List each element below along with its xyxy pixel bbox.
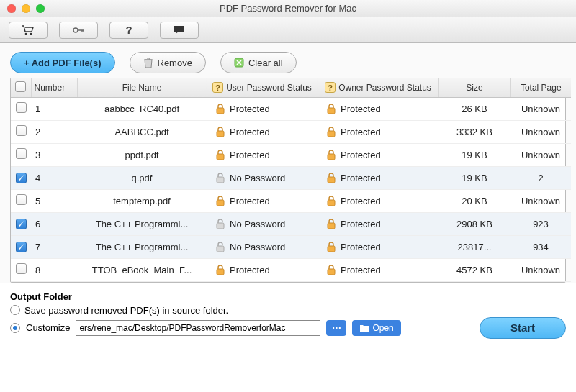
header-size[interactable]: Size [438, 78, 510, 97]
action-row: + Add PDF File(s) Remove Clear all [10, 52, 566, 73]
row-owner-status: Protected [318, 97, 438, 120]
row-number: 3 [31, 143, 77, 166]
add-pdf-button[interactable]: + Add PDF File(s) [10, 52, 115, 73]
svg-rect-7 [328, 131, 335, 137]
table-row[interactable]: 8TTOB_eBook_Main_F...ProtectedProtected4… [11, 258, 571, 281]
row-pages: Unknown [510, 120, 571, 143]
header-filename[interactable]: File Name [77, 78, 207, 97]
remove-button[interactable]: Remove [130, 52, 206, 73]
svg-rect-6 [217, 131, 224, 137]
row-size: 19 KB [438, 166, 510, 189]
header-checkbox[interactable] [11, 78, 31, 97]
table-row[interactable]: 5temptemp.pdfProtectedProtected20 KBUnkn… [11, 189, 571, 212]
svg-rect-15 [328, 223, 335, 229]
header-owner-status[interactable]: ?Owner Password Status [318, 78, 438, 97]
row-checkbox[interactable] [16, 263, 27, 274]
remove-label: Remove [158, 58, 192, 68]
unlock-icon [215, 172, 225, 183]
customize-row: Customize ⋯ Open Start [10, 317, 566, 339]
lock-icon [326, 264, 336, 275]
svg-rect-8 [217, 154, 224, 160]
table-row[interactable]: ✓7The C++ Programmi...No PasswordProtect… [11, 235, 571, 258]
row-checkbox[interactable]: ✓ [16, 242, 27, 252]
svg-rect-16 [217, 246, 224, 252]
radio-save-in-source[interactable] [10, 305, 20, 315]
output-path-input[interactable] [76, 320, 320, 336]
radio-customize[interactable] [10, 323, 20, 333]
row-user-status: Protected [207, 143, 318, 166]
row-checkbox[interactable] [16, 125, 27, 136]
lock-icon [326, 103, 336, 114]
row-pages: Unknown [510, 258, 571, 281]
table-row[interactable]: ✓6The C++ Programmi...No PasswordProtect… [11, 212, 571, 235]
help-badge-icon: ? [325, 82, 336, 93]
svg-rect-14 [217, 223, 224, 229]
svg-rect-11 [328, 177, 335, 183]
output-section: Output Folder Save password removed PDF(… [0, 283, 576, 347]
svg-rect-4 [217, 108, 224, 114]
lock-icon [215, 149, 225, 160]
row-filename: aabbcc_RC40.pdf [77, 97, 207, 120]
row-user-status: Protected [207, 189, 318, 212]
row-checkbox[interactable] [16, 194, 27, 205]
open-folder-button[interactable]: Open [352, 320, 400, 336]
svg-rect-9 [328, 154, 335, 160]
row-size: 4572 KB [438, 258, 510, 281]
row-pages: Unknown [510, 189, 571, 212]
table-header-row: Number File Name ?User Password Status ?… [11, 78, 571, 97]
cart-button[interactable] [9, 22, 48, 39]
file-table: Number File Name ?User Password Status ?… [10, 78, 566, 283]
row-owner-status: Protected [318, 258, 438, 281]
row-checkbox[interactable]: ✓ [16, 173, 27, 183]
header-total-page[interactable]: Total Page [510, 78, 571, 97]
row-size: 19 KB [438, 143, 510, 166]
lock-icon [326, 195, 336, 206]
table-row[interactable]: ✓4q.pdfNo PasswordProtected19 KB2 [11, 166, 571, 189]
lock-icon [215, 195, 225, 206]
svg-point-0 [25, 32, 27, 35]
start-button[interactable]: Start [480, 317, 566, 339]
save-in-source-row[interactable]: Save password removed PDF(s) in source f… [10, 305, 566, 316]
key-icon [72, 25, 85, 35]
row-size: 3332 KB [438, 120, 510, 143]
row-pages: Unknown [510, 143, 571, 166]
svg-rect-18 [217, 269, 224, 275]
browse-button[interactable]: ⋯ [326, 320, 346, 336]
folder-icon [359, 324, 369, 332]
feedback-button[interactable] [160, 22, 199, 39]
table-row[interactable]: 2AABBCC.pdfProtectedProtected3332 KBUnkn… [11, 120, 571, 143]
row-number: 5 [31, 189, 77, 212]
svg-rect-17 [328, 246, 335, 252]
row-filename: AABBCC.pdf [77, 120, 207, 143]
add-pdf-label: + Add PDF File(s) [24, 58, 102, 68]
row-pages: 934 [510, 235, 571, 258]
row-owner-status: Protected [318, 189, 438, 212]
row-user-status: No Password [207, 235, 318, 258]
row-user-status: No Password [207, 166, 318, 189]
row-size: 20 KB [438, 189, 510, 212]
svg-rect-10 [217, 177, 224, 183]
row-checkbox[interactable] [16, 148, 27, 159]
output-heading: Output Folder [10, 291, 566, 302]
row-checkbox[interactable]: ✓ [16, 219, 27, 229]
table-row[interactable]: 1aabbcc_RC40.pdfProtectedProtected26 KBU… [11, 97, 571, 120]
lock-icon [326, 241, 336, 252]
help-button[interactable]: ? [109, 22, 148, 39]
window-title: PDF Password Remover for Mac [0, 3, 576, 14]
clear-all-button[interactable]: Clear all [220, 52, 297, 73]
table-row[interactable]: 3ppdf.pdfProtectedProtected19 KBUnknown [11, 143, 571, 166]
row-checkbox[interactable] [16, 102, 27, 113]
row-filename: temptemp.pdf [77, 189, 207, 212]
row-number: 8 [31, 258, 77, 281]
row-pages: 923 [510, 212, 571, 235]
lock-icon [326, 218, 336, 229]
row-owner-status: Protected [318, 235, 438, 258]
header-number[interactable]: Number [31, 78, 77, 97]
titlebar: PDF Password Remover for Mac [0, 0, 576, 17]
row-owner-status: Protected [318, 120, 438, 143]
key-button[interactable] [59, 22, 98, 39]
row-user-status: Protected [207, 97, 318, 120]
clear-all-label: Clear all [248, 58, 283, 68]
svg-rect-13 [328, 200, 335, 206]
header-user-status[interactable]: ?User Password Status [207, 78, 318, 97]
